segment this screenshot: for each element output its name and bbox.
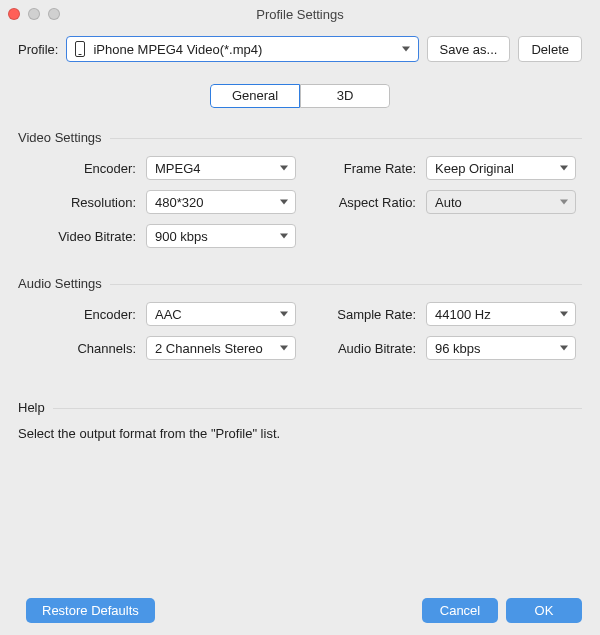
chevron-down-icon [560, 200, 568, 205]
window-controls [8, 8, 60, 20]
video-settings-section: Video Settings Encoder: MPEG4 Frame Rate… [18, 130, 582, 266]
sample-rate-select[interactable]: 44100 Hz [426, 302, 576, 326]
video-encoder-label: Encoder: [18, 161, 136, 176]
audio-settings-section: Audio Settings Encoder: AAC Sample Rate:… [18, 276, 582, 378]
resolution-value: 480*320 [155, 195, 203, 210]
minimize-window-icon [28, 8, 40, 20]
footer: Restore Defaults Cancel OK [0, 586, 600, 635]
close-window-icon[interactable] [8, 8, 20, 20]
audio-encoder-label: Encoder: [18, 307, 136, 322]
chevron-down-icon [402, 47, 410, 52]
resolution-select[interactable]: 480*320 [146, 190, 296, 214]
chevron-down-icon [280, 312, 288, 317]
help-title: Help [18, 400, 53, 415]
video-bitrate-select[interactable]: 900 kbps [146, 224, 296, 248]
frame-rate-label: Frame Rate: [306, 161, 416, 176]
tabs: General 3D [0, 62, 600, 120]
channels-value: 2 Channels Stereo [155, 341, 263, 356]
video-encoder-select[interactable]: MPEG4 [146, 156, 296, 180]
chevron-down-icon [560, 312, 568, 317]
titlebar: Profile Settings [0, 0, 600, 28]
sample-rate-value: 44100 Hz [435, 307, 491, 322]
resolution-label: Resolution: [18, 195, 136, 210]
help-section: Help Select the output format from the "… [18, 400, 582, 447]
chevron-down-icon [280, 200, 288, 205]
audio-encoder-value: AAC [155, 307, 182, 322]
profile-selected-value: iPhone MPEG4 Video(*.mp4) [93, 42, 262, 57]
video-bitrate-label: Video Bitrate: [18, 229, 136, 244]
restore-defaults-button[interactable]: Restore Defaults [26, 598, 155, 623]
phone-icon [75, 41, 85, 57]
video-section-title: Video Settings [18, 130, 110, 145]
aspect-ratio-select[interactable]: Auto [426, 190, 576, 214]
profile-label: Profile: [18, 42, 58, 57]
frame-rate-value: Keep Original [435, 161, 514, 176]
profile-row: Profile: iPhone MPEG4 Video(*.mp4) Save … [0, 28, 600, 62]
zoom-window-icon [48, 8, 60, 20]
cancel-button[interactable]: Cancel [422, 598, 498, 623]
aspect-ratio-value: Auto [435, 195, 462, 210]
save-as-button[interactable]: Save as... [427, 36, 511, 62]
tab-group: General 3D [210, 84, 390, 108]
audio-bitrate-label: Audio Bitrate: [306, 341, 416, 356]
chevron-down-icon [280, 346, 288, 351]
aspect-ratio-label: Aspect Ratio: [306, 195, 416, 210]
window-title: Profile Settings [8, 7, 592, 22]
chevron-down-icon [560, 166, 568, 171]
chevron-down-icon [280, 234, 288, 239]
tab-general[interactable]: General [210, 84, 300, 108]
ok-button[interactable]: OK [506, 598, 582, 623]
chevron-down-icon [560, 346, 568, 351]
video-bitrate-value: 900 kbps [155, 229, 208, 244]
delete-button[interactable]: Delete [518, 36, 582, 62]
chevron-down-icon [280, 166, 288, 171]
tab-3d[interactable]: 3D [300, 84, 390, 108]
channels-select[interactable]: 2 Channels Stereo [146, 336, 296, 360]
sample-rate-label: Sample Rate: [306, 307, 416, 322]
audio-bitrate-value: 96 kbps [435, 341, 481, 356]
help-text: Select the output format from the "Profi… [18, 420, 582, 447]
channels-label: Channels: [18, 341, 136, 356]
profile-select[interactable]: iPhone MPEG4 Video(*.mp4) [66, 36, 418, 62]
frame-rate-select[interactable]: Keep Original [426, 156, 576, 180]
audio-bitrate-select[interactable]: 96 kbps [426, 336, 576, 360]
video-encoder-value: MPEG4 [155, 161, 201, 176]
audio-encoder-select[interactable]: AAC [146, 302, 296, 326]
audio-section-title: Audio Settings [18, 276, 110, 291]
